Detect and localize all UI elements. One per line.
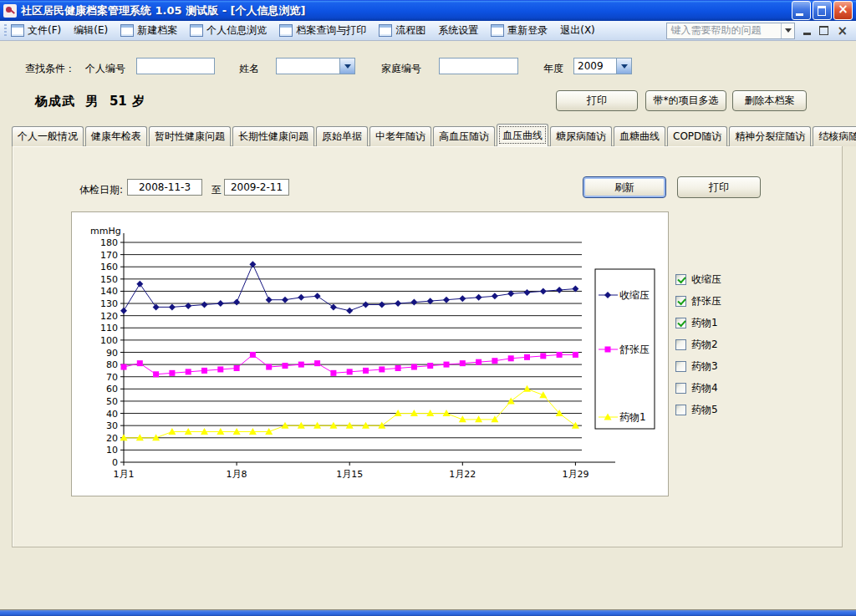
legend-label: 收缩压 [619, 289, 650, 301]
series-toggle[interactable]: 药物2 [675, 338, 718, 352]
refresh-button[interactable]: 刷新 [583, 176, 666, 198]
date-to-input[interactable] [224, 179, 289, 196]
checkbox[interactable] [675, 318, 686, 328]
mdi-close-button[interactable]: × [837, 25, 848, 37]
menu-item[interactable]: 退出(X) [560, 23, 595, 38]
checkbox[interactable] [675, 339, 686, 350]
restore-icon [818, 6, 826, 16]
menu-item-label: 重新登录 [507, 23, 548, 38]
tab-中老年随访[interactable]: 中老年随访 [369, 126, 431, 146]
legend-label: 药物1 [619, 411, 646, 423]
data-point [427, 363, 433, 369]
y-tick-label: 20 [106, 433, 118, 444]
patient-summary: 杨成武 男 51 岁 [35, 94, 145, 109]
menu-item[interactable]: 档案查询与打印 [279, 23, 366, 38]
tab-精神分裂症随访[interactable]: 精神分裂症随访 [729, 126, 811, 146]
y-axis-unit: mmHg [90, 226, 121, 237]
bp-chart-card: 0102030405060708090100110120130140150160… [71, 211, 669, 496]
year-combobox[interactable]: 2009 [573, 58, 632, 74]
name-combobox[interactable] [276, 58, 355, 74]
year-label: 年度 [543, 62, 563, 76]
menu-item-label: 系统设置 [438, 23, 478, 38]
patient-name: 杨成武 [35, 94, 75, 109]
personal-id-input[interactable] [136, 58, 215, 74]
date-from-input[interactable] [127, 179, 202, 196]
tab-结核病随访[interactable]: 结核病随访 [813, 126, 856, 146]
tab-暂时性健康问题[interactable]: 暂时性健康问题 [149, 126, 231, 146]
checkbox[interactable] [675, 361, 686, 372]
patient-age-suffix: 岁 [132, 94, 145, 109]
y-tick-label: 70 [106, 372, 118, 383]
family-id-input[interactable] [439, 58, 518, 74]
name-combobox-arrow[interactable] [339, 59, 354, 74]
record-tabs: 个人一般情况健康年检表暂时性健康问题长期性健康问题原始单据中老年随访高血压随访血… [12, 124, 844, 146]
y-tick-label: 50 [106, 396, 118, 407]
data-point [121, 364, 127, 370]
mdi-restore-button[interactable] [819, 26, 828, 35]
data-point [266, 364, 272, 370]
restore-button[interactable] [813, 1, 832, 20]
tab-健康年检表[interactable]: 健康年检表 [85, 126, 147, 146]
x-tick-label: 1月15 [336, 469, 363, 480]
data-point [250, 352, 256, 358]
tab-血糖曲线[interactable]: 血糖曲线 [614, 126, 665, 146]
bp-chart: 0102030405060708090100110120130140150160… [72, 212, 668, 494]
tab-原始单据[interactable]: 原始单据 [316, 126, 368, 146]
series-toggle-label: 舒张压 [691, 294, 721, 308]
checkbox[interactable] [675, 296, 686, 307]
menu-item[interactable]: 文件(F) [11, 23, 61, 38]
delete-record-button[interactable]: 删除本档案 [732, 90, 807, 111]
data-point [283, 363, 288, 369]
help-dropdown-button[interactable] [781, 23, 794, 38]
close-icon: × [834, 2, 852, 19]
window-title: 社区居民健康档案管理系统 1.05 测试版 - [个人信息浏览] [21, 3, 305, 18]
mdi-minimize-button[interactable] [803, 33, 811, 35]
y-tick-label: 60 [106, 384, 118, 395]
tab-糖尿病随访[interactable]: 糖尿病随访 [550, 126, 612, 146]
help-search-box[interactable]: 键入需要帮助的问题 [666, 23, 795, 39]
name-label: 姓名 [239, 62, 259, 76]
tab-高血压随访[interactable]: 高血压随访 [433, 126, 495, 146]
series-toggle-label: 药物5 [691, 403, 718, 417]
print-record-button[interactable]: 打印 [556, 90, 638, 111]
form-icon [379, 24, 392, 37]
multi-select-button[interactable]: 带*的项目多选 [645, 90, 726, 111]
series-toggle[interactable]: 舒张压 [675, 294, 721, 308]
series-toggle-label: 收缩压 [691, 272, 721, 287]
series-toggle[interactable]: 收缩压 [675, 272, 721, 287]
checkbox[interactable] [675, 274, 686, 285]
tab-个人一般情况[interactable]: 个人一般情况 [12, 126, 84, 146]
checkbox[interactable] [675, 405, 686, 415]
menu-item[interactable]: 重新登录 [491, 23, 548, 38]
series-toggle[interactable]: 药物3 [675, 359, 718, 374]
tab-COPD随访[interactable]: COPD随访 [667, 126, 727, 146]
close-button[interactable]: × [833, 1, 853, 20]
menu-item[interactable]: 流程图 [379, 23, 425, 38]
data-point [330, 370, 336, 376]
menu-item[interactable]: 个人信息浏览 [190, 23, 267, 38]
year-combobox-arrow[interactable] [616, 59, 631, 74]
y-tick-label: 150 [100, 274, 118, 285]
tab-血压曲线[interactable]: 血压曲线 [497, 124, 548, 146]
data-point [395, 365, 401, 371]
checkbox[interactable] [675, 383, 686, 394]
toolbar-grip-handle[interactable] [4, 24, 7, 38]
patient-gender: 男 [85, 94, 99, 109]
data-point [347, 369, 353, 374]
minimize-button[interactable] [792, 1, 811, 20]
series-toggle[interactable]: 药物5 [675, 403, 718, 417]
series-toggle[interactable]: 药物4 [675, 381, 718, 395]
search-criteria-label: 查找条件： [25, 62, 75, 76]
personal-id-label: 个人编号 [85, 62, 125, 76]
menu-item[interactable]: 编辑(E) [74, 23, 108, 38]
print-chart-button[interactable]: 打印 [677, 176, 761, 198]
menu-item[interactable]: 新建档案 [120, 23, 177, 38]
data-point [363, 368, 369, 374]
tab-长期性健康问题[interactable]: 长期性健康问题 [232, 126, 314, 146]
series-toggle[interactable]: 药物1 [675, 316, 718, 330]
data-point [201, 368, 207, 374]
menu-item[interactable]: 系统设置 [438, 23, 478, 38]
title-bar: 社区居民健康档案管理系统 1.05 测试版 - [个人信息浏览] × [0, 0, 856, 21]
menu-items: 文件(F) 编辑(E) 新建档案 个人信息浏览 档案查询与打印 流程图 系统设置… [11, 23, 595, 38]
data-point [508, 355, 514, 361]
